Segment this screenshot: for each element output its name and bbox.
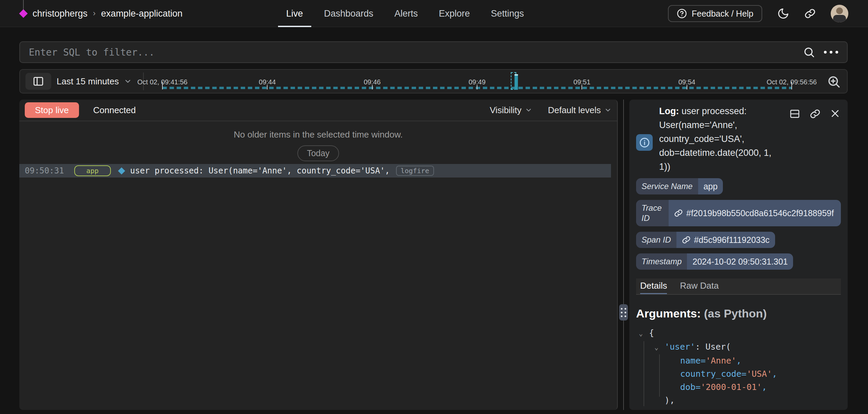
log-level-diamond-icon	[118, 167, 125, 174]
live-view-header: Stop live Connected Visibility Default l…	[19, 100, 617, 121]
more-options-icon[interactable]	[824, 51, 838, 54]
scope-tag-badge: logfire	[396, 166, 434, 176]
arguments-heading: Arguments: (as Python)	[636, 307, 841, 320]
tab-live[interactable]: Live	[278, 0, 311, 27]
badge-label: Timestamp	[636, 253, 687, 270]
connection-status: Connected	[93, 105, 136, 116]
default-levels-dropdown[interactable]: Default levels	[548, 105, 612, 116]
code-line: ),	[636, 394, 848, 407]
indent-guide	[659, 354, 660, 397]
info-level-icon	[636, 134, 653, 151]
feedback-help-button[interactable]: Feedback / Help	[668, 5, 762, 22]
service-tag-badge: app	[74, 165, 111, 176]
badge-value: app	[698, 178, 723, 194]
timeline-track[interactable]: Oct 02, 09:41:5609:4409:4609:4909:5109:5…	[162, 70, 792, 93]
logfire-logo-icon[interactable]	[19, 0, 28, 20]
visibility-dropdown[interactable]: Visibility	[490, 105, 532, 116]
empty-window-message: No older items in the selected time wind…	[19, 129, 617, 140]
chevron-down-icon	[525, 106, 532, 114]
timeline-bar: Last 15 minutes Oct 02, 09:41:5609:4409:…	[19, 69, 848, 94]
tab-alerts[interactable]: Alerts	[386, 0, 426, 27]
breadcrumb-separator-icon: ›	[93, 8, 96, 18]
details-tabs: DetailsRaw Data	[636, 278, 841, 295]
log-details-panel: Log: user processed: User(name='Anne', c…	[629, 100, 848, 410]
tab-explore[interactable]: Explore	[431, 0, 478, 27]
zoom-in-icon[interactable]	[827, 75, 841, 89]
search-icon[interactable]	[803, 46, 815, 58]
badge-value[interactable]: #d5c996f11192033c	[676, 232, 775, 248]
close-icon[interactable]	[830, 108, 840, 119]
sql-filter-input[interactable]: Enter SQL to filter...	[19, 41, 848, 63]
share-link-icon[interactable]	[804, 8, 816, 19]
tab-settings[interactable]: Settings	[483, 0, 532, 27]
help-circle-icon	[677, 8, 687, 19]
code-line: dob='2000-01-01',	[636, 380, 848, 394]
link-icon	[674, 209, 683, 218]
attribute-badges: Service NameappTrace ID#f2019b98b550cd8a…	[629, 178, 848, 270]
sql-filter-placeholder: Enter SQL to filter...	[29, 47, 803, 58]
dark-mode-moon-icon[interactable]	[777, 7, 789, 20]
copy-link-icon[interactable]	[810, 108, 821, 119]
code-line: name='Anne',	[636, 354, 848, 367]
arguments-python-code: ⌄{⌄'user': User(name='Anne',country_code…	[636, 326, 848, 410]
code-line: ⌄{	[636, 326, 848, 340]
top-navbar: christophergs › example-application Live…	[0, 0, 868, 27]
nav-tabs: LiveDashboardsAlertsExploreSettings	[278, 0, 532, 27]
details-tab-details[interactable]: Details	[640, 278, 667, 294]
user-avatar[interactable]	[831, 5, 848, 22]
badge-span-id[interactable]: Span ID#d5c996f11192033c	[636, 232, 775, 248]
time-range-dropdown[interactable]: Last 15 minutes	[57, 70, 132, 93]
panel-divider	[623, 100, 624, 410]
badge-timestamp: Timestamp2024-10-02 09:50:31.301	[636, 253, 793, 270]
log-message: user processed: User(name='Anne', countr…	[130, 166, 390, 175]
badge-trace-id[interactable]: Trace ID#f2019b98b550cd8a61546c2f9188959…	[636, 200, 841, 226]
badge-value: 2024-10-02 09:50:31.301	[687, 253, 793, 270]
link-icon	[682, 235, 691, 244]
panel-resize-handle[interactable]	[619, 304, 628, 320]
stop-live-button[interactable]: Stop live	[25, 102, 79, 118]
code-line: ⌄'user': User(	[636, 340, 848, 354]
details-header: Log: user processed: User(name='Anne', c…	[629, 100, 848, 178]
chevron-down-icon	[124, 77, 132, 85]
breadcrumb: christophergs › example-application	[33, 0, 182, 27]
badge-value[interactable]: #f2019b98b550cd8a61546c2f9188959f	[669, 200, 841, 226]
chevron-down-icon	[604, 106, 612, 114]
log-row[interactable]: 09:50:31 app user processed: User(name='…	[19, 164, 611, 178]
badge-label: Trace ID	[636, 200, 669, 226]
indent-guide	[644, 341, 644, 406]
sidebar-toggle-button[interactable]	[25, 73, 51, 90]
code-line: }	[636, 407, 848, 410]
tab-dashboards[interactable]: Dashboards	[316, 0, 382, 27]
breadcrumb-org[interactable]: christophergs	[33, 8, 87, 19]
log-time: 09:50:31	[25, 166, 64, 175]
details-tab-raw-data[interactable]: Raw Data	[680, 278, 718, 294]
timeline-spike-selection[interactable]	[511, 72, 518, 90]
badge-label: Span ID	[636, 232, 676, 248]
badge-service-name: Service Nameapp	[636, 178, 723, 194]
breadcrumb-project[interactable]: example-application	[101, 8, 182, 19]
collapse-chevron-icon[interactable]: ⌄	[654, 341, 665, 354]
today-button[interactable]: Today	[297, 145, 339, 161]
code-line: country_code='USA',	[636, 367, 848, 380]
collapse-chevron-icon[interactable]: ⌄	[639, 327, 649, 340]
log-detail-title: Log: user processed: User(name='Anne', c…	[659, 104, 778, 174]
navbar-actions: Feedback / Help	[668, 0, 848, 27]
split-panel-icon[interactable]	[789, 108, 800, 119]
live-view-panel: Stop live Connected Visibility Default l…	[19, 100, 618, 410]
badge-label: Service Name	[636, 178, 698, 194]
